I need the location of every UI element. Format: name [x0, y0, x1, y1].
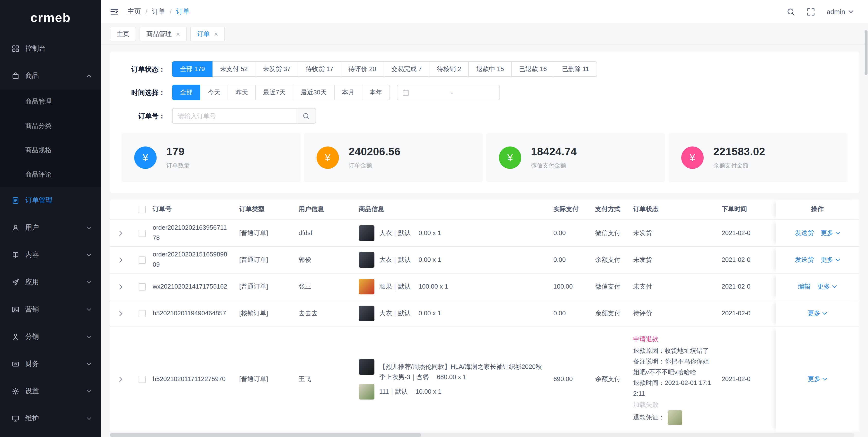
tab-2[interactable]: 订单×	[190, 27, 225, 41]
user-info: 去去去	[299, 308, 359, 319]
status-filter-8[interactable]: 已退款 16	[511, 61, 555, 77]
distribution-icon	[12, 333, 20, 341]
table-row-1: order2021020215165989809[普通订单]郭俊大衣｜默认0.0…	[110, 247, 859, 273]
sidebar-subitem-goods-0[interactable]: 商品管理	[0, 90, 101, 114]
sidebar-subitem-goods-2[interactable]: 商品规格	[0, 138, 101, 163]
sidebar-item-distribution[interactable]: 分销	[0, 323, 101, 350]
date-range-picker[interactable]: -	[397, 85, 500, 100]
breadcrumb-item-1[interactable]: 订单	[152, 7, 165, 16]
user-info: dfdsf	[299, 228, 359, 238]
table-body: order2021020216395671178[普通订单]dfdsf大衣｜默认…	[110, 220, 859, 432]
status-filter-9[interactable]: 已删除 11	[554, 61, 597, 77]
status-filter-7[interactable]: 退款中 15	[468, 61, 512, 77]
action-more[interactable]: 更多	[820, 255, 840, 265]
breadcrumb-item-2[interactable]: 订单	[176, 7, 190, 16]
order-status-cell: 未发货	[633, 228, 722, 238]
stats-row: ¥179订单数量¥240206.56订单金额¥18424.74微信支付金额¥22…	[122, 133, 847, 182]
select-all-checkbox[interactable]	[138, 206, 146, 213]
sidebar-item-console[interactable]: 控制台	[0, 35, 101, 62]
status-filter-6[interactable]: 待核销 2	[429, 61, 469, 77]
product-info: 腰果｜默认100.00 x 1	[359, 273, 553, 300]
expand-row-icon[interactable]	[119, 230, 122, 236]
order-status: 未支付	[633, 283, 652, 290]
sidebar: crmeb 控制台商品商品管理商品分类商品规格商品评论订单管理用户内容应用营销分…	[0, 0, 101, 437]
tab-0[interactable]: 主页	[110, 27, 136, 41]
row-actions: 编辑更多	[776, 273, 859, 300]
horizontal-scrollbar-thumb[interactable]	[110, 433, 421, 437]
expand-row-icon[interactable]	[119, 257, 122, 263]
action-send[interactable]: 发送货	[795, 228, 814, 238]
breadcrumb-item-0[interactable]: 主页	[127, 7, 141, 16]
status-filter-1[interactable]: 未支付 52	[212, 61, 255, 77]
row-checkbox[interactable]	[138, 229, 146, 237]
status-filter-0[interactable]: 全部 179	[172, 61, 213, 77]
goods-icon	[12, 72, 20, 80]
time-filter-6[interactable]: 本年	[362, 85, 390, 100]
sidebar-toggle-button[interactable]	[110, 7, 119, 16]
sidebar-item-marketing[interactable]: 营销	[0, 296, 101, 323]
time-filter-4[interactable]: 最近30天	[293, 85, 334, 100]
refund-proof-thumbnail[interactable]	[668, 410, 682, 425]
table-row-4: h52021020117112275970[普通订单]王飞【烈儿推荐/周杰伦同款…	[110, 327, 859, 432]
row-checkbox[interactable]	[138, 310, 146, 317]
chevron-up-icon	[87, 75, 91, 77]
vertical-scrollbar-thumb[interactable]	[865, 30, 868, 75]
sidebar-item-application[interactable]: 应用	[0, 269, 101, 296]
sidebar-item-settings[interactable]: 设置	[0, 378, 101, 405]
expand-row-icon[interactable]	[119, 377, 122, 382]
sidebar-item-user[interactable]: 用户	[0, 214, 101, 241]
chevron-down-icon	[832, 285, 837, 288]
dashboard-icon	[12, 45, 20, 53]
username: admin	[827, 8, 845, 16]
order-search-button[interactable]	[296, 108, 316, 124]
time-filter-0[interactable]: 全部	[172, 85, 200, 100]
sidebar-item-content[interactable]: 内容	[0, 241, 101, 269]
status-filter-3[interactable]: 待收货 17	[298, 61, 341, 77]
action-more[interactable]: 更多	[817, 282, 837, 292]
chevron-down-icon	[835, 258, 840, 261]
tab-1[interactable]: 商品管理×	[140, 27, 187, 41]
time-filter-5[interactable]: 本月	[334, 85, 362, 100]
order-no-input[interactable]	[172, 108, 296, 124]
status-filter-5[interactable]: 交易完成 7	[383, 61, 430, 77]
product-qty: 0.00 x 1	[418, 310, 441, 317]
action-edit[interactable]: 编辑	[798, 282, 811, 292]
time-filter-1[interactable]: 今天	[200, 85, 228, 100]
row-checkbox[interactable]	[138, 256, 146, 263]
time-filter-2[interactable]: 昨天	[227, 85, 256, 100]
row-checkbox[interactable]	[138, 283, 146, 290]
expand-row-icon[interactable]	[119, 311, 122, 316]
sidebar-subitem-goods-3[interactable]: 商品评论	[0, 163, 101, 187]
expand-row-icon[interactable]	[119, 284, 122, 289]
sidebar-subitem-goods-1[interactable]: 商品分类	[0, 114, 101, 138]
action-send[interactable]: 发送货	[795, 255, 814, 265]
stat-card-1: ¥240206.56订单金额	[304, 133, 483, 182]
sidebar-item-finance[interactable]: 财务	[0, 350, 101, 378]
search-button[interactable]	[787, 7, 795, 16]
column-header-1: 订单类型	[239, 204, 299, 214]
user-menu[interactable]: admin	[827, 8, 854, 16]
action-more[interactable]: 更多	[808, 308, 827, 319]
sidebar-item-maintenance[interactable]: 维护	[0, 405, 101, 432]
breadcrumb-separator: /	[170, 8, 172, 16]
tab-close-icon[interactable]: ×	[214, 30, 218, 37]
row-checkbox[interactable]	[138, 376, 146, 383]
action-more[interactable]: 更多	[808, 374, 827, 384]
horizontal-scrollbar[interactable]	[110, 433, 855, 437]
product-name: 腰果｜默认	[379, 283, 411, 290]
tab-label: 商品管理	[146, 29, 172, 38]
app-logo[interactable]: crmeb	[0, 0, 101, 35]
time-filter-3[interactable]: 最近7天	[255, 85, 293, 100]
sidebar-item-order[interactable]: 订单管理	[0, 187, 101, 214]
product-qty: 680.00 x 1	[437, 373, 466, 381]
wechat-pay-icon: ¥	[499, 146, 521, 169]
status-filter-2[interactable]: 未发货 37	[255, 61, 298, 77]
order-number: h52021020117112275970	[153, 374, 239, 384]
status-filter-4[interactable]: 待评价 20	[341, 61, 384, 77]
stat-value: 240206.56	[349, 146, 400, 158]
row-actions: 更多	[776, 300, 859, 326]
action-more[interactable]: 更多	[820, 228, 840, 238]
fullscreen-button[interactable]	[807, 7, 815, 16]
sidebar-item-goods[interactable]: 商品	[0, 62, 101, 90]
tab-close-icon[interactable]: ×	[176, 30, 180, 37]
